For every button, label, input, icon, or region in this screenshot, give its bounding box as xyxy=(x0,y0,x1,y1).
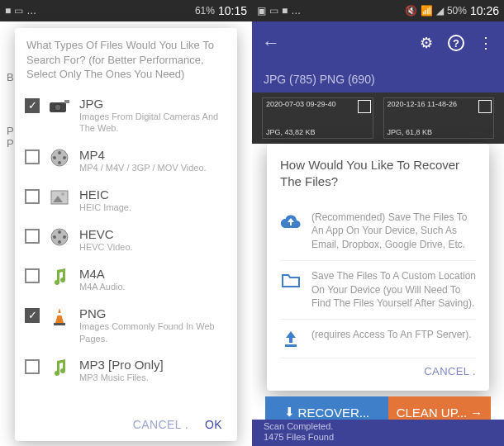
kebab-menu-icon[interactable]: ⋮ xyxy=(478,35,494,51)
upload-icon xyxy=(280,328,302,349)
checkbox-jpg[interactable] xyxy=(25,98,40,113)
chat-icon: ▭ xyxy=(14,5,23,17)
file-row-mp3[interactable]: MP3 [Pro Only]MP3 Music Files. xyxy=(21,351,231,391)
phone-right: ▣ ▭ ■ … 🔇 📶 ◢ 50% 10:26 ← ⚙ ? ⋮ JPG (785… xyxy=(252,0,504,446)
file-name: HEVC xyxy=(79,227,227,241)
svg-point-13 xyxy=(63,235,66,239)
clock-text: 10:26 xyxy=(470,4,499,17)
signal-icon: ◢ xyxy=(436,5,444,17)
svg-rect-18 xyxy=(54,323,65,325)
dialog-title: What Types Of Files Would You Like To Se… xyxy=(15,28,237,88)
checkbox-png[interactable] xyxy=(25,308,40,323)
battery-text: 50% xyxy=(447,5,467,17)
file-desc: HEIC Image. xyxy=(79,202,227,214)
more-notifications-icon: … xyxy=(291,5,301,17)
battery-text: 61% xyxy=(195,5,215,17)
wifi-icon: 📶 xyxy=(421,5,433,17)
expand-icon[interactable] xyxy=(358,100,371,113)
more-notifications-icon: … xyxy=(26,5,36,17)
svg-point-4 xyxy=(58,151,61,154)
svg-rect-19 xyxy=(285,344,297,347)
file-row-png[interactable]: PNGImages Commonly Found In Web Pages. xyxy=(21,300,231,352)
cancel-button[interactable]: CANCEL . xyxy=(280,365,476,377)
svg-point-15 xyxy=(53,235,56,239)
scan-status: Scan Completed. xyxy=(264,421,492,432)
svg-point-1 xyxy=(55,104,61,111)
option-text: (requires Access To An FTP Server). xyxy=(311,328,472,349)
thumb-timestamp: 2020-12-16 11-48-26 xyxy=(388,100,458,108)
checkbox-hevc[interactable] xyxy=(25,229,40,244)
phone-left: ■ ▭ … 61% 10:15 B P P What Types Of File… xyxy=(0,0,252,446)
clock-text: 10:15 xyxy=(218,4,247,17)
file-name: PNG xyxy=(79,306,227,320)
file-row-mp4[interactable]: MP4MP4 / M4V / 3GP / MOV Video. xyxy=(21,141,231,181)
film-reel-icon xyxy=(48,227,71,247)
file-row-jpg[interactable]: JPGImages From Digital Cameras And The W… xyxy=(21,90,231,142)
help-icon[interactable]: ? xyxy=(448,35,464,51)
option-cloud-app[interactable]: (Recommended) Save The Files To An App O… xyxy=(280,202,476,261)
thumb-filesize: JPG, 61,8 KB xyxy=(388,128,433,136)
music-note-icon xyxy=(48,358,71,377)
videocam-icon: ■ xyxy=(282,5,288,17)
file-desc: HEVC Video. xyxy=(79,241,227,254)
gear-icon[interactable]: ⚙ xyxy=(418,35,435,51)
file-desc: Images Commonly Found In Web Pages. xyxy=(79,320,227,345)
svg-point-10 xyxy=(61,192,64,196)
main-area: How Would You Like To Recover The Files?… xyxy=(252,144,504,446)
option-custom-location[interactable]: Save The Files To A Custom Location On Y… xyxy=(280,261,476,320)
back-icon[interactable]: ← xyxy=(262,32,280,54)
file-row-hevc[interactable]: HEVCHEVC Video. xyxy=(21,221,231,260)
cloud-upload-icon xyxy=(280,211,302,232)
videocam-icon: ■ xyxy=(5,5,11,17)
file-row-m4a[interactable]: M4AM4A Audio. xyxy=(21,260,231,300)
recover-dialog: How Would You Like To Recover The Files?… xyxy=(267,144,489,391)
mute-icon: 🔇 xyxy=(405,5,417,17)
music-note-icon xyxy=(48,267,71,287)
app-toolbar: ← ⚙ ? ⋮ xyxy=(252,21,504,64)
checkbox-heic[interactable] xyxy=(25,189,40,204)
dialog-title: How Would You Like To Recover The Files? xyxy=(280,157,476,191)
thumb-filesize: JPG, 43,82 KB xyxy=(266,128,316,136)
status-bar: ▣ ▭ ■ … 🔇 📶 ◢ 50% 10:26 xyxy=(252,0,504,21)
file-name: HEIC xyxy=(79,187,227,202)
file-type-list[interactable]: JPGImages From Digital Cameras And The W… xyxy=(15,88,237,410)
expand-icon[interactable] xyxy=(478,100,492,113)
file-desc: MP4 / M4V / 3GP / MOV Video. xyxy=(79,162,227,174)
screenshot-icon: ▣ xyxy=(257,5,266,17)
thumbnails-row: 2020-07-03 09-29-40 JPG, 43,82 KB 2020-1… xyxy=(252,93,504,144)
file-desc: M4A Audio. xyxy=(79,281,227,293)
checkbox-mp4[interactable] xyxy=(25,149,40,164)
checkbox-mp3[interactable] xyxy=(25,359,40,374)
file-name: JPG xyxy=(79,97,227,111)
file-row-heic[interactable]: HEICHEIC Image. xyxy=(21,181,231,221)
ok-button[interactable]: OK xyxy=(205,418,222,431)
folder-icon xyxy=(280,269,302,291)
option-ftp[interactable]: (requires Access To An FTP Server). xyxy=(280,320,476,358)
svg-point-7 xyxy=(53,156,56,159)
svg-point-5 xyxy=(63,156,66,159)
format-tabs[interactable]: JPG (785) PNG (690) xyxy=(252,64,504,93)
dialog-actions: CANCEL . OK xyxy=(15,410,237,441)
thumbnail[interactable]: 2020-12-16 11-48-26 JPG, 61,8 KB xyxy=(383,97,495,139)
option-text: (Recommended) Save The Files To An App O… xyxy=(311,211,476,252)
option-text: Save The Files To A Custom Location On Y… xyxy=(311,269,476,311)
download-icon: ⬇ xyxy=(284,405,295,420)
svg-point-6 xyxy=(58,161,61,164)
checkbox-m4a[interactable] xyxy=(25,268,40,283)
thumb-timestamp: 2020-07-03 09-29-40 xyxy=(266,100,336,108)
file-desc: MP3 Music Files. xyxy=(79,372,227,384)
file-types-dialog: What Types Of Files Would You Like To Se… xyxy=(15,28,237,441)
files-found-count: 1475 Files Found xyxy=(264,432,492,443)
image-icon: ▭ xyxy=(269,5,278,17)
arrow-right-icon: → xyxy=(470,406,483,420)
film-reel-icon xyxy=(48,148,71,168)
cancel-button[interactable]: CANCEL . xyxy=(133,418,188,431)
file-name: M4A xyxy=(79,267,227,281)
svg-rect-17 xyxy=(56,313,63,316)
vlc-cone-icon xyxy=(48,306,71,326)
svg-rect-2 xyxy=(64,100,69,103)
svg-point-12 xyxy=(58,230,61,234)
thumbnail[interactable]: 2020-07-03 09-29-40 JPG, 43,82 KB xyxy=(262,97,373,139)
photo-icon xyxy=(48,187,71,207)
file-desc: Images From Digital Cameras And The Web. xyxy=(79,111,227,135)
